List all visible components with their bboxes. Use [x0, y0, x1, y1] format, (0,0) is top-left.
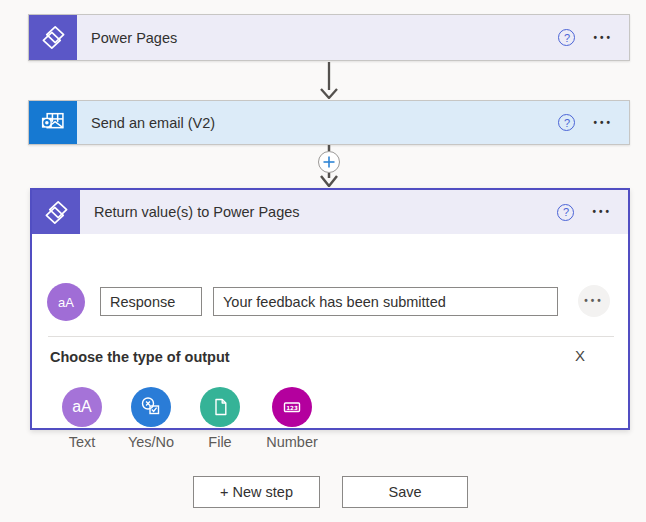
return-card-body: aA ••• Choose the type of output X aA Te… [32, 234, 628, 428]
action-card-title: Send an email (V2) [77, 101, 558, 144]
option-label: Yes/No [128, 434, 174, 450]
power-pages-icon [29, 15, 77, 60]
power-pages-icon [32, 190, 80, 234]
trigger-card-actions: ? ••• [558, 15, 629, 60]
ellipsis-menu-icon[interactable]: ••• [593, 33, 613, 43]
file-type-icon [200, 387, 240, 427]
output-type-file[interactable]: File [180, 387, 260, 450]
return-card-title: Return value(s) to Power Pages [80, 190, 557, 234]
action-card-actions: ? ••• [558, 101, 629, 144]
flow-designer-canvas: Power Pages ? ••• [0, 0, 646, 522]
text-type-chip-icon: aA [47, 283, 85, 321]
option-label: Number [266, 434, 318, 450]
return-card-actions: ? ••• [557, 190, 628, 234]
output-value-input[interactable] [213, 287, 558, 316]
insert-step-button[interactable] [318, 151, 340, 173]
option-label: Text [69, 434, 96, 450]
ellipsis-icon: ••• [584, 296, 604, 306]
output-name-input[interactable] [100, 287, 202, 316]
divider [48, 336, 614, 337]
svg-text:123: 123 [286, 405, 298, 411]
plus-icon [323, 156, 335, 168]
output-type-text[interactable]: aA Text [42, 387, 122, 450]
output-type-yesno[interactable]: Yes/No [111, 387, 191, 450]
trigger-card-title: Power Pages [77, 15, 558, 60]
help-icon[interactable]: ? [558, 29, 575, 46]
outlook-icon [29, 101, 77, 144]
output-type-number[interactable]: 123 Number [252, 387, 332, 450]
return-card-header[interactable]: Return value(s) to Power Pages ? ••• [32, 190, 628, 234]
text-type-icon: aA [62, 387, 102, 427]
output-picker-heading: Choose the type of output [50, 349, 230, 365]
new-step-button[interactable]: + New step [193, 476, 320, 508]
number-type-icon: 123 [272, 387, 312, 427]
help-icon[interactable]: ? [557, 204, 574, 221]
return-values-card: Return value(s) to Power Pages ? ••• aA … [30, 188, 630, 430]
option-label: File [208, 434, 231, 450]
yesno-type-icon [131, 387, 171, 427]
trigger-card-power-pages[interactable]: Power Pages ? ••• [28, 14, 630, 61]
ellipsis-menu-icon[interactable]: ••• [593, 118, 613, 128]
save-button[interactable]: Save [342, 476, 468, 508]
action-card-send-email[interactable]: Send an email (V2) ? ••• [28, 100, 630, 145]
connector-arrow-icon [317, 62, 341, 99]
row-menu-button[interactable]: ••• [578, 285, 610, 317]
close-icon[interactable]: X [570, 347, 590, 364]
help-icon[interactable]: ? [558, 114, 575, 131]
ellipsis-menu-icon[interactable]: ••• [592, 207, 612, 217]
